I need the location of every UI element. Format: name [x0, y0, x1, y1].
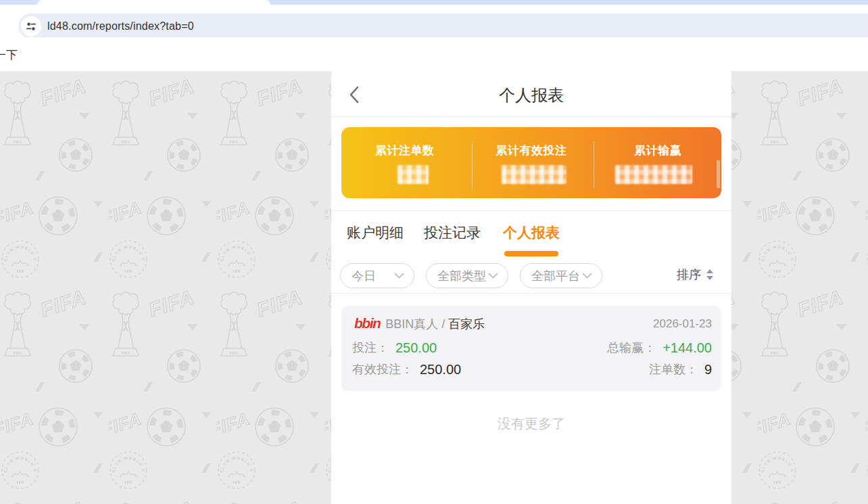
dropdown-label: 今日: [352, 268, 376, 284]
sort-control[interactable]: 排序: [677, 267, 714, 283]
count-value: 9: [704, 362, 712, 377]
stat-win-loss: 累计输赢: [595, 127, 721, 198]
win-value: +144.00: [662, 340, 712, 356]
obscured-value: [397, 165, 429, 184]
valid-bet-label: 有效投注：: [352, 361, 413, 377]
sort-label: 排序: [677, 267, 701, 283]
valid-bet-value: 250.00: [420, 362, 461, 377]
obscured-value: [615, 165, 692, 184]
count-label: 注单数：: [649, 361, 698, 377]
tab-account-details[interactable]: 账户明细: [347, 223, 404, 242]
cutoff-page-text: 一下: [0, 47, 18, 63]
chevron-down-icon: [488, 273, 498, 279]
report-record-card[interactable]: bbin BBIN真人 / 百家乐 2026-01-23 投注： 250.00 …: [341, 306, 721, 391]
stat-label: 累计输赢: [634, 143, 681, 158]
stat-valid-bets: 累计有效投注: [468, 127, 594, 198]
stat-divider: [594, 141, 594, 189]
url-text: ld48.com/reports/index?tab=0: [47, 20, 194, 32]
tab-personal-report[interactable]: 个人报表: [503, 223, 560, 242]
browser-toolbar: ld48.com/reports/index?tab=0: [0, 5, 868, 37]
no-more-text: 没有更多了: [331, 415, 731, 433]
url-bar[interactable]: ld48.com/reports/index?tab=0: [18, 14, 868, 39]
record-provider: BBIN真人 /: [385, 316, 445, 332]
stat-divider: [472, 141, 473, 189]
page-title: 个人报表: [331, 85, 731, 106]
chevron-down-icon: [582, 273, 592, 279]
win-label: 总输赢：: [607, 340, 656, 356]
bet-label: 投注：: [352, 340, 389, 356]
sort-arrows-icon: [706, 269, 714, 281]
tune-icon: [25, 20, 37, 32]
chevron-down-icon: [394, 273, 404, 279]
dropdown-label: 全部类型: [437, 268, 486, 284]
bbin-logo: bbin: [354, 317, 380, 331]
report-panel: 个人报表 累计注单数 累计有效投注 累计输赢: [331, 71, 731, 504]
obscured-value: [502, 165, 566, 184]
report-header: 个人报表: [331, 71, 731, 116]
stat-label: 累计有效投注: [496, 143, 566, 158]
stat-total-bets: 累计注单数: [341, 127, 468, 198]
active-tab-underline: [504, 251, 558, 256]
stats-summary-card: 累计注单数 累计有效投注 累计输赢: [341, 127, 721, 198]
site-settings-chip[interactable]: [21, 16, 41, 37]
dropdown-label: 全部平台: [531, 268, 580, 284]
bet-value: 250.00: [395, 340, 437, 356]
header-divider: [331, 116, 731, 117]
filter-divider: [331, 293, 731, 294]
record-date: 2026-01-23: [653, 317, 712, 331]
browser-tabstrip: [0, 0, 868, 5]
type-filter-dropdown[interactable]: 全部类型: [426, 263, 508, 288]
stats-divider: [331, 210, 731, 211]
tab-bet-records[interactable]: 投注记录: [424, 223, 481, 242]
stat-label: 累计注单数: [375, 143, 435, 158]
browser-active-tab[interactable]: [37, 0, 270, 5]
record-game: 百家乐: [448, 316, 485, 332]
platform-filter-dropdown[interactable]: 全部平台: [520, 263, 602, 288]
browser-window: ld48.com/reports/index?tab=0 一下 FIFA: [0, 0, 868, 504]
page-top-band: 一下: [0, 37, 868, 71]
report-tabs: 账户明细 投注记录 个人报表: [331, 221, 731, 251]
stat-divider-partial: [717, 160, 720, 188]
date-filter-dropdown[interactable]: 今日: [340, 263, 414, 288]
